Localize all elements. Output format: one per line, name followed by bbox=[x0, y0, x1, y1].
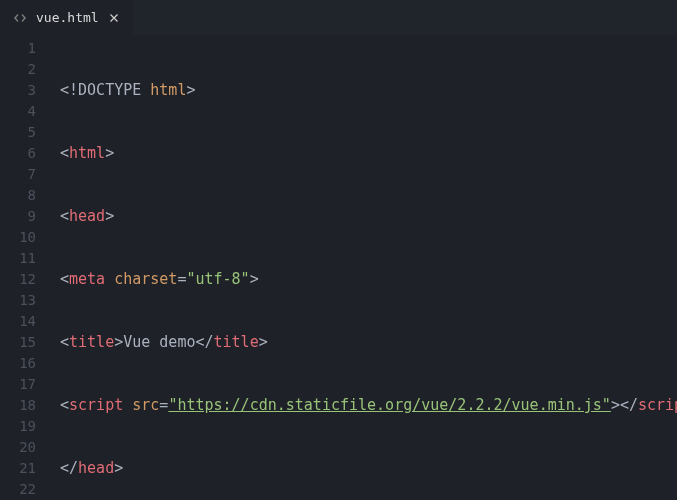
line-number: 13 bbox=[0, 290, 36, 311]
line-number: 15 bbox=[0, 332, 36, 353]
punct: / bbox=[205, 333, 214, 351]
punct: < bbox=[60, 81, 69, 99]
punct: < bbox=[60, 333, 69, 351]
line-number: 9 bbox=[0, 206, 36, 227]
line-number: 22 bbox=[0, 479, 36, 500]
line-number: 6 bbox=[0, 143, 36, 164]
line-number: 21 bbox=[0, 458, 36, 479]
line-number: 5 bbox=[0, 122, 36, 143]
line-number: 11 bbox=[0, 248, 36, 269]
close-icon[interactable] bbox=[107, 11, 121, 25]
line-number-gutter: 1 2 3 4 5 6 7 8 9 10 11 12 13 14 15 16 1… bbox=[0, 38, 48, 500]
line-number: 4 bbox=[0, 101, 36, 122]
punct: > bbox=[114, 459, 123, 477]
punct: < bbox=[60, 144, 69, 162]
doctype: DOCTYPE bbox=[78, 81, 141, 99]
tag: script bbox=[638, 396, 677, 414]
punct: < bbox=[60, 459, 69, 477]
code-area[interactable]: <!DOCTYPE html> <html> <head> <meta char… bbox=[48, 38, 677, 500]
line-number: 19 bbox=[0, 416, 36, 437]
punct: < bbox=[60, 270, 69, 288]
punct: > bbox=[105, 207, 114, 225]
attr: src bbox=[132, 396, 159, 414]
space bbox=[105, 270, 114, 288]
punct: / bbox=[629, 396, 638, 414]
punct: > bbox=[186, 81, 195, 99]
line-number: 16 bbox=[0, 353, 36, 374]
line-number: 8 bbox=[0, 185, 36, 206]
string-url[interactable]: "https://cdn.staticfile.org/vue/2.2.2/vu… bbox=[168, 396, 611, 414]
punct: > bbox=[250, 270, 259, 288]
tab-vue-html[interactable]: vue.html bbox=[0, 0, 133, 35]
tag: script bbox=[69, 396, 123, 414]
tag: head bbox=[78, 459, 114, 477]
line-number: 1 bbox=[0, 38, 36, 59]
punct: > bbox=[259, 333, 268, 351]
text: Vue demo bbox=[123, 333, 195, 351]
tag: html bbox=[69, 144, 105, 162]
code-file-icon bbox=[12, 10, 28, 26]
tag: title bbox=[214, 333, 259, 351]
tab-filename: vue.html bbox=[36, 10, 99, 25]
line-number: 10 bbox=[0, 227, 36, 248]
punct: > bbox=[611, 396, 620, 414]
line-number: 12 bbox=[0, 269, 36, 290]
line-number: 14 bbox=[0, 311, 36, 332]
line-number: 18 bbox=[0, 395, 36, 416]
attr: html bbox=[150, 81, 186, 99]
editor[interactable]: 1 2 3 4 5 6 7 8 9 10 11 12 13 14 15 16 1… bbox=[0, 35, 677, 500]
punct: > bbox=[105, 144, 114, 162]
punct: < bbox=[60, 207, 69, 225]
tab-bar: vue.html bbox=[0, 0, 677, 35]
punct: > bbox=[114, 333, 123, 351]
line-number: 20 bbox=[0, 437, 36, 458]
line-number: 17 bbox=[0, 374, 36, 395]
punct: / bbox=[69, 459, 78, 477]
tag: title bbox=[69, 333, 114, 351]
line-number: 7 bbox=[0, 164, 36, 185]
punct: < bbox=[195, 333, 204, 351]
attr: charset bbox=[114, 270, 177, 288]
punct: < bbox=[60, 396, 69, 414]
string: "utf-8" bbox=[186, 270, 249, 288]
tag: meta bbox=[69, 270, 105, 288]
space bbox=[123, 396, 132, 414]
space bbox=[141, 81, 150, 99]
line-number: 2 bbox=[0, 59, 36, 80]
punct: ! bbox=[69, 81, 78, 99]
punct: < bbox=[620, 396, 629, 414]
tag: head bbox=[69, 207, 105, 225]
line-number: 3 bbox=[0, 80, 36, 101]
